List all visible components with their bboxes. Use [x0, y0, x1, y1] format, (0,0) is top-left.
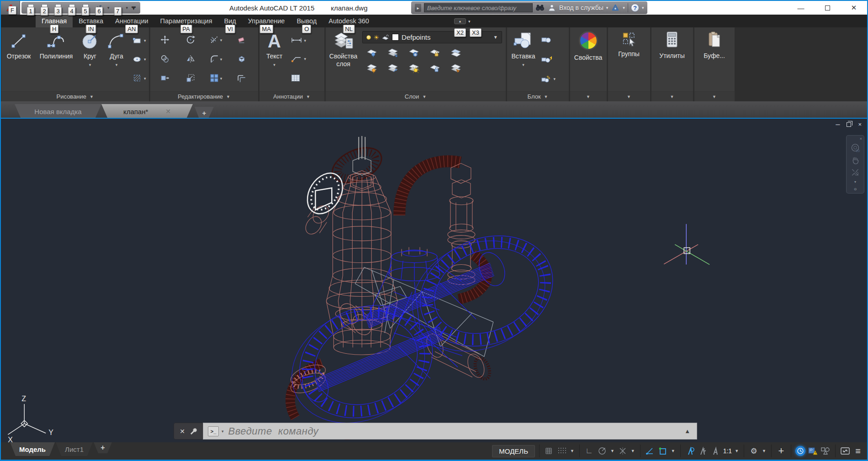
- layer-unlock-button[interactable]: [429, 64, 440, 73]
- panel-clipboard-footer[interactable]: ▼: [694, 91, 735, 101]
- fillet-dropdown-icon[interactable]: ▾: [220, 57, 222, 62]
- array-button[interactable]: ▾: [210, 73, 222, 83]
- binoculars-icon[interactable]: [535, 3, 545, 12]
- model-tab[interactable]: Модель: [10, 442, 55, 456]
- signin-dropdown-icon[interactable]: ▾: [606, 5, 609, 10]
- arc-dropdown-icon[interactable]: ▾: [116, 61, 118, 69]
- annotation-visibility-button[interactable]: [685, 445, 696, 457]
- redo-button[interactable]: ↻7: [112, 3, 123, 13]
- arc-button[interactable]: Дуга ▾: [104, 27, 129, 91]
- layer-thaw-button[interactable]: [408, 64, 419, 73]
- doc-restore-button[interactable]: [847, 122, 851, 127]
- tab-parametric[interactable]: ПараметризацияPA: [154, 15, 218, 27]
- panel-properties-footer[interactable]: ▼: [570, 91, 607, 101]
- drawing-canvas[interactable]: ─ × × 2D ▾ ⊖: [1, 119, 867, 442]
- doc-minimize-button[interactable]: ─: [836, 121, 840, 128]
- layer-isolate-button[interactable]: [387, 48, 398, 58]
- polar-dropdown-icon[interactable]: ▼: [609, 449, 615, 453]
- clean-screen-button[interactable]: [840, 445, 851, 457]
- object-snap-button[interactable]: [657, 445, 668, 457]
- model-space-button[interactable]: МОДЕЛЬ: [492, 445, 535, 457]
- copy-button[interactable]: [160, 54, 169, 63]
- command-line-grip[interactable]: ✕: [174, 423, 203, 440]
- leader-dropdown-icon[interactable]: ▾: [304, 57, 307, 61]
- stretch-button[interactable]: [160, 73, 169, 83]
- navbar-dropdown-icon[interactable]: ▾: [854, 180, 856, 184]
- layer-match-button[interactable]: [450, 48, 461, 58]
- grid-display-button[interactable]: [556, 445, 567, 457]
- tab-insert[interactable]: ВставкаIN: [73, 15, 109, 27]
- fillet-button[interactable]: ▾: [210, 54, 222, 63]
- rectangle-button[interactable]: ▾: [132, 37, 146, 45]
- doc-close-button[interactable]: ×: [858, 121, 862, 128]
- layer-color-swatch[interactable]: [392, 34, 399, 41]
- leader-button[interactable]: ▾: [291, 55, 307, 63]
- snap-mode-button[interactable]: [544, 445, 555, 457]
- ellipse-dropdown-icon[interactable]: ▾: [144, 57, 146, 62]
- tab-autodesk360[interactable]: Autodesk 360NL: [323, 15, 375, 27]
- panel-utilities-footer[interactable]: ▼: [651, 91, 693, 101]
- workspace-gear-button[interactable]: ⚙: [748, 445, 759, 457]
- customization-plus-button[interactable]: +: [776, 445, 787, 457]
- panel-layers-footer[interactable]: Слои▼: [326, 91, 506, 101]
- qnew-button[interactable]: 1: [25, 3, 36, 13]
- layer-combo-dropdown-icon[interactable]: ▼: [493, 35, 498, 40]
- signin-label[interactable]: Вход в службы: [559, 4, 603, 11]
- search-go-button[interactable]: ▸: [415, 4, 421, 12]
- search-input[interactable]: [424, 3, 533, 12]
- trim-button[interactable]: ▾: [210, 35, 222, 44]
- layer-off-button[interactable]: [366, 48, 377, 58]
- close-button[interactable]: ✕: [841, 1, 867, 15]
- layout1-tab[interactable]: Лист1: [56, 442, 93, 456]
- zoom-extents-icon[interactable]: [851, 168, 860, 177]
- text-button[interactable]: A Текст ▾: [259, 27, 290, 91]
- clipboard-panel-button[interactable]: Буфе...: [694, 27, 735, 91]
- erase-button[interactable]: [237, 35, 246, 44]
- circle-dropdown-icon[interactable]: ▾: [89, 61, 91, 69]
- layer-lock-button[interactable]: [429, 48, 440, 58]
- command-placeholder[interactable]: Введите команду: [228, 425, 680, 437]
- rotate-button[interactable]: [186, 35, 195, 44]
- annotation-scale-button[interactable]: [710, 445, 721, 457]
- tab-output[interactable]: ВыводO: [291, 15, 323, 27]
- table-button[interactable]: [291, 74, 307, 82]
- plot-button[interactable]: 5: [80, 3, 91, 13]
- line-button[interactable]: Отрезок: [1, 27, 36, 91]
- layer-make-current-button[interactable]: [366, 64, 377, 73]
- ellipse-button[interactable]: ▾: [132, 55, 146, 63]
- help-dropdown-icon[interactable]: ▾: [642, 5, 644, 10]
- edit-block-dropdown-icon[interactable]: ▾: [554, 77, 556, 81]
- osnap-dropdown-icon[interactable]: ▼: [670, 449, 676, 453]
- text-dropdown-icon[interactable]: ▾: [273, 61, 275, 69]
- command-prompt-icon[interactable]: >_: [208, 426, 219, 436]
- scale-button[interactable]: [186, 73, 195, 83]
- grid-dropdown-icon[interactable]: ▼: [569, 449, 575, 453]
- create-block-button[interactable]: [541, 36, 556, 43]
- file-tab-new[interactable]: Новая вкладка: [15, 104, 101, 119]
- annotation-scale-value[interactable]: 1:1: [723, 447, 732, 455]
- polar-tracking-button[interactable]: [597, 445, 608, 457]
- properties-panel-button[interactable]: Свойства: [570, 27, 607, 91]
- panel-annotation-footer[interactable]: Аннотации▼: [259, 91, 324, 101]
- application-menu-button[interactable]: A F: [1, 1, 20, 15]
- edit-block-button[interactable]: ✎ ▾: [541, 75, 556, 83]
- tab-view[interactable]: ВидVI: [218, 15, 242, 27]
- a360-dropdown-icon[interactable]: ▾: [623, 5, 625, 10]
- minimize-button[interactable]: —: [788, 1, 814, 15]
- command-prompt-dropdown-icon[interactable]: ▾: [222, 429, 224, 434]
- steering-wheel-icon[interactable]: 2D: [850, 143, 860, 153]
- layer-prev-button[interactable]: [387, 64, 398, 73]
- panel-modify-footer[interactable]: Редактирование▼: [150, 91, 258, 101]
- navigation-bar[interactable]: × 2D ▾ ⊖: [846, 135, 864, 194]
- navbar-settings-icon[interactable]: ⊖: [854, 187, 857, 191]
- hatch-button[interactable]: ▾: [132, 74, 146, 82]
- explode-button[interactable]: [237, 54, 246, 63]
- undo-button[interactable]: ↺6: [94, 3, 105, 13]
- panel-groups-footer[interactable]: ▼: [608, 91, 650, 101]
- customization-menu-button[interactable]: ≡: [852, 445, 863, 457]
- gear-dropdown-icon[interactable]: ▼: [761, 449, 767, 453]
- insert-block-button[interactable]: Вставка ▾: [507, 27, 540, 91]
- layer-freeze-button[interactable]: ❄: [408, 48, 419, 58]
- object-snap-tracking-button[interactable]: [645, 445, 656, 457]
- pan-hand-icon[interactable]: [851, 156, 860, 165]
